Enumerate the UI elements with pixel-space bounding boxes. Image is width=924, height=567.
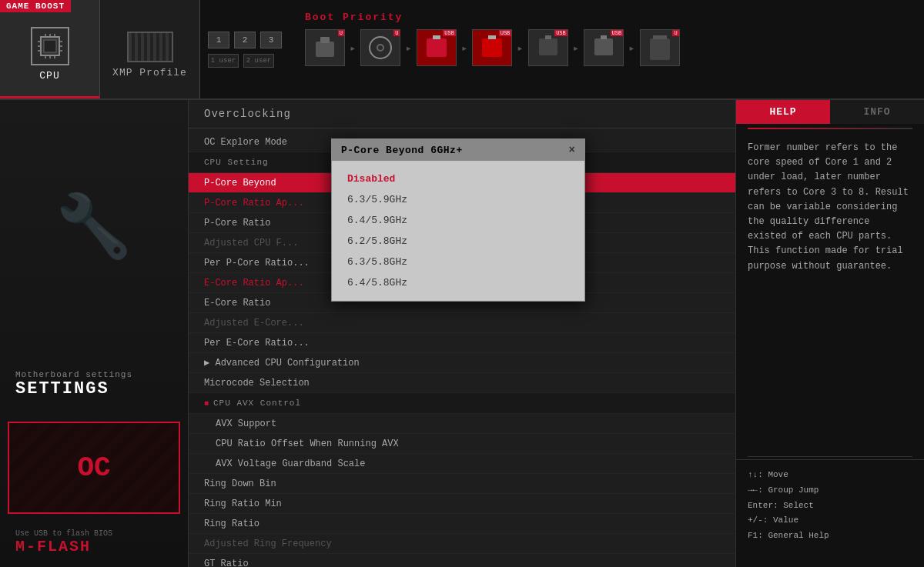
modal-close-button[interactable]: × [569,144,575,156]
modal-title-bar: P-Core Beyond 6GHz+ × [332,139,584,161]
modal-title: P-Core Beyond 6GHz+ [341,145,463,156]
modal-option-3[interactable]: 6.2/5.8GHz [332,231,584,252]
modal-option-5[interactable]: 6.4/5.8GHz [332,272,584,293]
modal-option-1[interactable]: 6.3/5.9GHz [332,189,584,210]
modal-option-2[interactable]: 6.4/5.9GHz [332,210,584,231]
modal-option-4[interactable]: 6.3/5.8GHz [332,252,584,272]
modal-overlay: P-Core Beyond 6GHz+ × Disabled 6.3/5.9GH… [0,0,924,567]
modal-body: Disabled 6.3/5.9GHz 6.4/5.9GHz 6.2/5.8GH… [332,161,584,301]
modal-box: P-Core Beyond 6GHz+ × Disabled 6.3/5.9GH… [331,138,585,302]
modal-option-0[interactable]: Disabled [332,168,584,189]
